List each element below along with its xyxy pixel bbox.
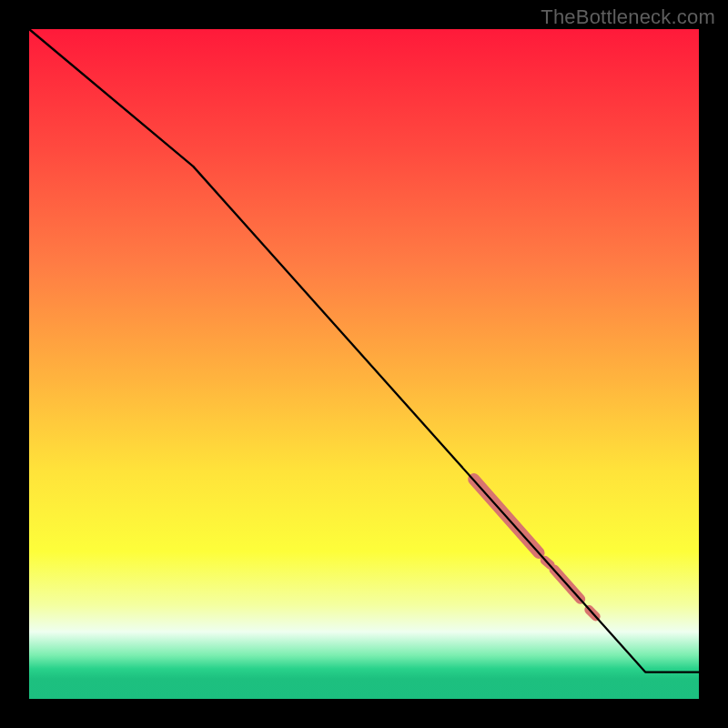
chart-canvas [0,0,728,728]
plot-area [29,29,699,699]
chart-stage: TheBottleneck.com [0,0,728,728]
watermark-text: TheBottleneck.com [541,5,715,29]
